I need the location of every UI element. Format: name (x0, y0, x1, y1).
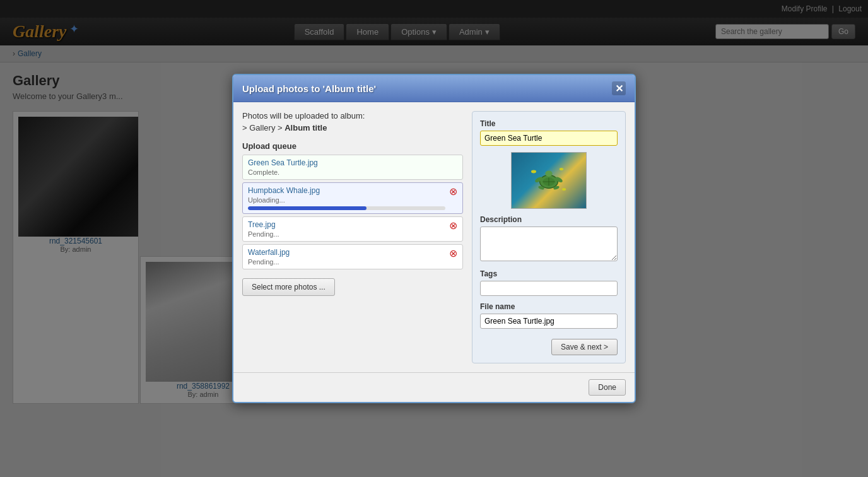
dialog-footer: Done (233, 372, 635, 402)
description-field-textarea[interactable] (480, 227, 618, 261)
dialog-header: Upload photos to 'Album title' ✕ (233, 75, 635, 102)
turtle-svg (524, 162, 574, 199)
queue-item-4: Waterfall.jpg Pending... ⊗ (242, 244, 463, 269)
title-field-input[interactable] (480, 131, 618, 146)
done-button[interactable]: Done (589, 379, 626, 396)
select-more-button[interactable]: Select more photos ... (242, 278, 335, 296)
queue-item-2-status: Uploading... (248, 196, 445, 204)
queue-item-4-info: Waterfall.jpg Pending... (248, 248, 445, 266)
photo-preview-inner (512, 153, 586, 208)
photo-preview (511, 152, 587, 209)
dialog-left-panel: Photos will be uploaded to album: > Gall… (242, 111, 463, 363)
queue-item-2-progress-container (248, 206, 445, 210)
queue-item-2-remove[interactable]: ⊗ (449, 187, 457, 197)
queue-item-3-name: Tree.jpg (248, 220, 445, 229)
queue-item-2-info: Humpback Whale.jpg Uploading... (248, 186, 445, 210)
queue-item-3-info: Tree.jpg Pending... (248, 220, 445, 238)
dialog-close-button[interactable]: ✕ (612, 81, 626, 95)
queue-item-2-progress-bar (248, 206, 367, 210)
dialog-right-panel: Title (472, 111, 626, 363)
svg-point-10 (560, 168, 563, 170)
queue-item-1: Green Sea Turtle.jpg Complete. (242, 155, 463, 180)
queue-item-3: Tree.jpg Pending... ⊗ (242, 216, 463, 242)
upload-to-label: Photos will be uploaded to album: (242, 111, 463, 121)
upload-queue-label: Upload queue (242, 141, 463, 151)
overlay-backdrop: Upload photos to 'Album title' ✕ Photos … (0, 0, 868, 477)
svg-point-9 (531, 170, 536, 174)
save-next-button[interactable]: Save & next > (551, 339, 618, 355)
upload-path: > Gallery > Album title (242, 123, 463, 132)
dialog-title: Upload photos to 'Album title' (242, 83, 376, 94)
filename-field-input[interactable] (480, 314, 618, 329)
queue-item-4-status: Pending... (248, 258, 445, 266)
filename-field-label: File name (480, 302, 618, 311)
queue-item-2: Humpback Whale.jpg Uploading... ⊗ (242, 182, 463, 214)
queue-item-2-name: Humpback Whale.jpg (248, 186, 445, 195)
svg-point-1 (545, 170, 552, 177)
queue-item-1-status: Complete. (248, 168, 457, 176)
title-field-label: Title (480, 119, 618, 128)
dialog-body: Photos will be uploaded to album: > Gall… (233, 102, 635, 372)
queue-item-4-name: Waterfall.jpg (248, 248, 445, 257)
queue-item-3-remove[interactable]: ⊗ (449, 221, 457, 231)
upload-dialog: Upload photos to 'Album title' ✕ Photos … (232, 74, 636, 403)
queue-item-3-status: Pending... (248, 230, 445, 238)
queue-item-1-name: Green Sea Turtle.jpg (248, 158, 457, 167)
description-field-label: Description (480, 215, 618, 224)
album-name: Album title (284, 123, 327, 132)
svg-point-11 (562, 188, 566, 191)
tags-field-input[interactable] (480, 281, 618, 296)
queue-item-1-info: Green Sea Turtle.jpg Complete. (248, 158, 457, 176)
tags-field-label: Tags (480, 269, 618, 278)
queue-item-4-remove[interactable]: ⊗ (449, 249, 457, 259)
